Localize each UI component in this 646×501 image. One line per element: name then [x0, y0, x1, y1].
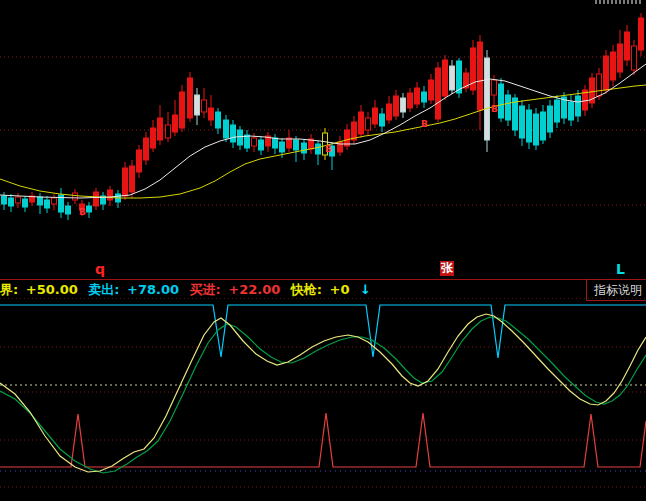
down-arrow-icon: ↓ — [360, 282, 371, 297]
candle-body — [94, 192, 99, 206]
candle-body — [231, 125, 236, 142]
candle-body — [16, 197, 21, 203]
axis-marker-zhang: 张 — [440, 261, 454, 276]
candle-body — [252, 138, 257, 146]
candle-body — [604, 56, 609, 90]
indicator-param-fastgun: 快枪: +0 — [291, 282, 353, 297]
candle-body — [45, 200, 50, 208]
candlestick-chart[interactable]: BBBB — [0, 0, 646, 250]
candle-body — [478, 42, 483, 110]
indicator-param-mid: 界: +50.00 — [0, 282, 81, 297]
candle-body — [597, 74, 602, 96]
candle-body — [639, 18, 644, 50]
candle-body — [66, 206, 71, 214]
candle-body — [555, 100, 560, 122]
buy-signal-marker: B — [79, 207, 86, 217]
candle-body — [280, 142, 285, 152]
candle-body — [408, 93, 413, 108]
sell-signal-line — [0, 305, 646, 358]
candle-body — [443, 60, 448, 96]
buy-signal-marker: B — [491, 104, 498, 114]
candle-body — [499, 84, 504, 118]
fast-indicator-line — [0, 314, 646, 472]
axis-marker-l: L — [616, 262, 625, 277]
candle-body — [576, 96, 581, 116]
candle-body — [224, 120, 229, 138]
candle-body — [506, 95, 511, 120]
indicator-header: 界: +50.00 卖出: +78.00 买进: +22.00 快枪: +0 ↓ — [0, 281, 584, 298]
candle-body — [302, 143, 307, 153]
candle-body — [569, 102, 574, 120]
candle-body — [180, 92, 185, 128]
candle-body — [387, 104, 392, 120]
candle-body — [23, 199, 28, 207]
panel-separator-line — [0, 279, 646, 280]
candle-body — [450, 66, 455, 90]
candle-body — [352, 122, 357, 140]
candle-body — [436, 68, 441, 119]
candle-body — [9, 198, 14, 206]
candle-body — [195, 95, 200, 115]
trading-terminal-window: BBBB q 张 L 界: +50.00 卖出: +78.00 买进: +22.… — [0, 0, 646, 501]
candle-body — [373, 108, 378, 124]
candle-body — [625, 32, 630, 60]
candle-body — [485, 58, 490, 140]
param-label: 界: — [0, 282, 18, 297]
candle-body — [632, 46, 637, 70]
candle-body — [422, 92, 427, 102]
candle-body — [238, 130, 243, 145]
candle-body — [380, 114, 385, 126]
axis-marker-q: q — [95, 262, 105, 277]
candle-body — [611, 52, 616, 80]
candle-body — [188, 78, 193, 118]
param-label: 卖出: — [88, 282, 119, 297]
candle-body — [166, 125, 171, 138]
candle-body — [273, 138, 278, 148]
param-label: 快枪: — [291, 282, 322, 297]
indicator-chart[interactable] — [0, 298, 646, 501]
candle-body — [137, 150, 142, 172]
candle-body — [492, 80, 497, 95]
candle-body — [87, 206, 92, 212]
param-value: +0 — [330, 282, 350, 297]
candle-body — [618, 44, 623, 72]
buy-signal-marker: B — [421, 119, 428, 129]
param-label: 买进: — [190, 282, 221, 297]
candle-body — [173, 115, 178, 132]
candle-body — [108, 190, 113, 200]
candle-body — [366, 118, 371, 130]
candle-body — [401, 98, 406, 112]
candle-body — [130, 166, 135, 192]
candle-body — [534, 114, 539, 145]
param-value: +50.00 — [26, 282, 78, 297]
candle-body — [548, 106, 553, 132]
slow-indicator-line — [0, 317, 646, 473]
indicator-param-sell: 卖出: +78.00 — [88, 282, 182, 297]
candle-body — [2, 196, 7, 204]
param-value: +78.00 — [127, 282, 179, 297]
candle-body — [394, 96, 399, 116]
candle-body — [151, 128, 156, 148]
truncated-corner-text — [595, 0, 641, 4]
candle-body — [209, 108, 214, 120]
candle-body — [202, 100, 207, 112]
buy-signal-marker: B — [325, 144, 332, 154]
candle-body — [429, 80, 434, 100]
candle-body — [359, 112, 364, 134]
candle-body — [73, 193, 78, 200]
candle-body — [123, 168, 128, 196]
param-value: +22.00 — [228, 282, 280, 297]
candle-body — [52, 198, 57, 204]
candle-body — [294, 140, 299, 150]
axis-marker-row: q 张 L — [0, 260, 646, 278]
candle-body — [527, 110, 532, 142]
candle-body — [144, 138, 149, 160]
candle-body — [541, 112, 546, 140]
candle-body — [38, 197, 43, 205]
candle-body — [259, 140, 264, 150]
candle-body — [316, 144, 321, 154]
indicator-param-buy: 买进: +22.00 — [190, 282, 284, 297]
candle-body — [158, 118, 163, 140]
candle-body — [216, 112, 221, 128]
candle-body — [245, 135, 250, 148]
